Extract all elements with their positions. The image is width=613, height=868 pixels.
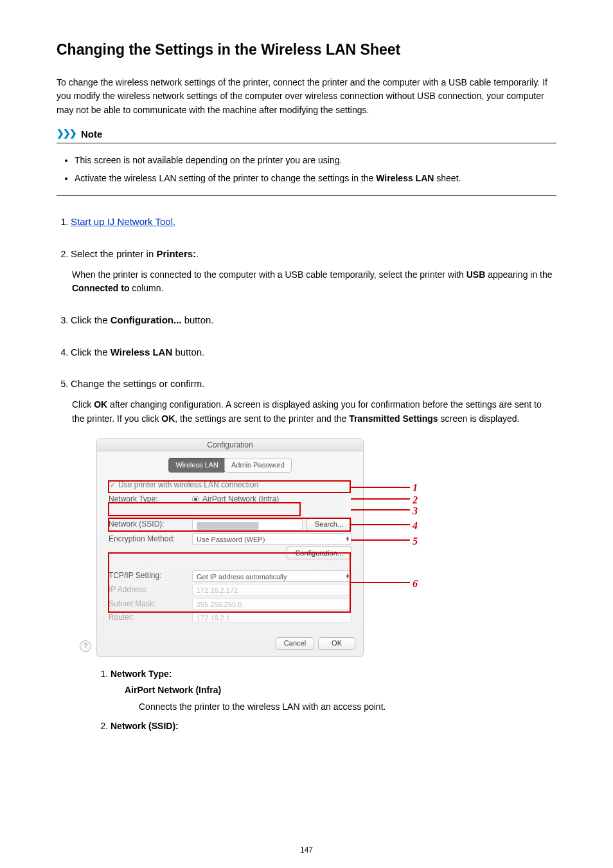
encryption-select[interactable]: Use Password (WEP) bbox=[192, 533, 351, 545]
router-field: 172.16.2.1 bbox=[192, 611, 351, 623]
steps-list: Start up IJ Network Tool. Select the pri… bbox=[57, 214, 556, 733]
search-button[interactable]: Search... bbox=[306, 518, 351, 531]
step-1: Start up IJ Network Tool. bbox=[71, 214, 556, 230]
chevron-updown-icon: ▴▾ bbox=[346, 536, 349, 541]
named-items-list: Network Type: AirPort Network (Infra) Co… bbox=[71, 667, 556, 734]
config-dialog-figure: Configuration Wireless LAN Admin Passwor… bbox=[96, 438, 454, 657]
chevron-updown-icon: ▴▾ bbox=[346, 574, 349, 579]
help-icon[interactable]: ? bbox=[80, 640, 91, 652]
use-printer-checkbox[interactable]: Use printer with wireless LAN connection bbox=[109, 479, 351, 491]
ip-address-field: 172.16.2.172 bbox=[192, 584, 351, 595]
callout-num-5: 5 bbox=[413, 534, 418, 550]
configuration-button[interactable]: Configuration... bbox=[287, 547, 351, 559]
airport-radio[interactable] bbox=[192, 496, 199, 503]
subnet-mask-field: 255.255.255.0 bbox=[192, 598, 351, 610]
step-5-body: Click OK after changing configuration. A… bbox=[71, 398, 556, 426]
network-type-value: AirPort Network (Infra) bbox=[202, 494, 279, 503]
config-dialog: Configuration Wireless LAN Admin Passwor… bbox=[96, 438, 364, 657]
airport-network-title: AirPort Network (Infra) bbox=[125, 685, 221, 695]
dialog-tabs: Wireless LAN Admin Password bbox=[97, 451, 363, 473]
step-3: Click the Configuration... button. bbox=[71, 312, 556, 328]
ip-address-label: IP Address: bbox=[109, 584, 192, 596]
dialog-titlebar: Configuration bbox=[97, 439, 363, 451]
airport-network-desc: Connects the printer to the wireless LAN… bbox=[139, 700, 556, 714]
note-title: Note bbox=[81, 127, 102, 141]
network-type-label: Network Type: bbox=[109, 493, 192, 505]
page-number: 147 bbox=[300, 844, 313, 856]
note-arrows-icon: ❯❯❯ bbox=[57, 127, 76, 141]
step-4: Click the Wireless LAN button. bbox=[71, 345, 556, 360]
page: Changing the Settings in the Wireless LA… bbox=[0, 0, 613, 868]
step-2-body: When the printer is connected to the com… bbox=[71, 268, 556, 296]
start-ij-network-tool-link[interactable]: Start up IJ Network Tool. bbox=[71, 216, 175, 227]
note-item-2: Activate the wireless LAN setting of the… bbox=[75, 172, 556, 186]
step-5: Change the settings or confirm. Click OK… bbox=[71, 376, 556, 733]
tcpip-select[interactable]: Get IP address automatically bbox=[192, 570, 351, 582]
note-body: This screen is not available depending o… bbox=[57, 143, 556, 196]
subnet-mask-label: Subnet Mask: bbox=[109, 598, 192, 610]
note-item-1: This screen is not available depending o… bbox=[75, 154, 556, 168]
callout-num-3: 3 bbox=[413, 503, 418, 520]
step-2: Select the printer in Printers:. When th… bbox=[71, 246, 556, 296]
callout-num-6: 6 bbox=[413, 576, 418, 592]
ok-button[interactable]: OK bbox=[318, 637, 355, 650]
intro-paragraph: To change the wireless network settings … bbox=[57, 76, 556, 118]
encryption-label: Encryption Method: bbox=[109, 533, 192, 545]
page-title: Changing the Settings in the Wireless LA… bbox=[57, 39, 556, 62]
cancel-button[interactable]: Cancel bbox=[276, 637, 314, 650]
note-block: ❯❯❯ Note This screen is not available de… bbox=[57, 127, 556, 197]
note-header: ❯❯❯ Note bbox=[57, 127, 556, 143]
router-label: Router: bbox=[109, 611, 192, 624]
ssid-label: Network (SSID): bbox=[109, 518, 192, 530]
ssid-field[interactable]: ▓▓▓▓▓▓▓▓▓▓▓▓ bbox=[192, 519, 303, 530]
tcpip-label: TCP/IP Setting: bbox=[109, 570, 192, 582]
tab-admin-password[interactable]: Admin Password bbox=[224, 458, 292, 473]
tab-wireless-lan[interactable]: Wireless LAN bbox=[168, 458, 226, 473]
named-item-1: Network Type: AirPort Network (Infra) Co… bbox=[111, 667, 556, 714]
callout-num-4: 4 bbox=[413, 518, 418, 534]
named-item-2: Network (SSID): bbox=[111, 719, 556, 734]
